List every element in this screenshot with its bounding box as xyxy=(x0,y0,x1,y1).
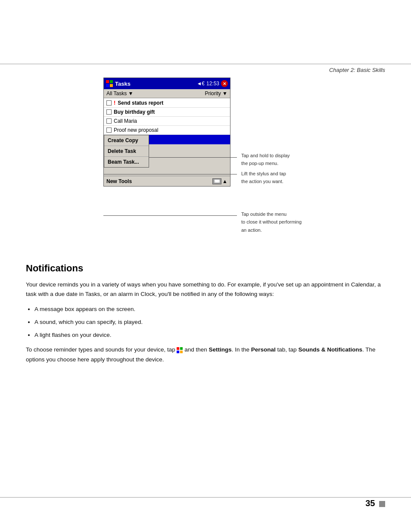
device-screenshot: Tasks ◄€ 12:53 ✕ All Tasks ▼ Priority ▼ … xyxy=(103,78,230,187)
context-menu-item-beam-task[interactable]: Beam Task... xyxy=(104,157,149,167)
title-bar-left: Tasks xyxy=(106,80,131,87)
all-tasks-label: All Tasks ▼ xyxy=(106,90,133,96)
context-menu-item-create-copy[interactable]: Create Copy xyxy=(104,135,149,146)
title-bar-right: ◄€ 12:53 ✕ xyxy=(196,80,228,87)
taskbar-label: New Tools xyxy=(106,178,132,184)
page-number-area: 35 xyxy=(365,498,385,508)
top-rule xyxy=(0,64,411,64)
svg-rect-1 xyxy=(110,80,113,83)
context-menu-item-delete-task[interactable]: Delete Task xyxy=(104,146,149,157)
task-text: Send status report xyxy=(118,100,163,106)
priority-icon: ! xyxy=(114,100,115,106)
keyboard-icon[interactable]: ⌨ xyxy=(212,178,221,184)
task-checkbox[interactable] xyxy=(106,109,112,115)
notifications-para-1: Your device reminds you in a variety of … xyxy=(26,280,385,299)
task-checkbox[interactable] xyxy=(106,128,112,133)
title-bar: Tasks ◄€ 12:53 ✕ xyxy=(104,78,230,89)
svg-rect-0 xyxy=(106,80,109,83)
callout-2: Lift the stylus and tapthe action you wa… xyxy=(241,169,310,185)
page-number: 35 xyxy=(365,498,375,508)
priority-label: Priority ▼ xyxy=(205,90,227,96)
close-button[interactable]: ✕ xyxy=(221,80,228,87)
bullet-item-3: A light flashes on your device. xyxy=(34,330,385,340)
notifications-body: Your device reminds you in a variety of … xyxy=(26,280,385,364)
svg-rect-2 xyxy=(106,84,109,87)
task-checkbox[interactable] xyxy=(106,118,112,124)
priority-dropdown[interactable]: Priority ▼ xyxy=(205,90,227,96)
sounds-notifications-bold: Sounds & Notifications xyxy=(298,346,362,353)
svg-rect-4 xyxy=(177,347,179,350)
list-item[interactable]: Call Maria xyxy=(104,117,230,126)
svg-rect-6 xyxy=(177,351,179,353)
list-item[interactable]: Buy birthday gift xyxy=(104,108,230,117)
all-tasks-dropdown[interactable]: All Tasks ▼ xyxy=(106,90,133,96)
bullet-item-2: A sound, which you can specify, is playe… xyxy=(34,317,385,327)
notifications-section: Notifications Your device reminds you in… xyxy=(26,263,385,364)
notifications-bullets: A message box appears on the screen. A s… xyxy=(34,305,385,340)
callout-3: Tap outside the menuto close it without … xyxy=(241,210,314,233)
callout-line-3 xyxy=(103,215,237,216)
svg-rect-3 xyxy=(110,84,113,87)
callout-text-1: Tap and hold to displaythe pop-up menu. xyxy=(241,153,290,166)
context-menu-area: ssage Create Copy Delete Task Beam Task.… xyxy=(104,135,230,176)
task-checkbox[interactable] xyxy=(106,100,112,106)
chapter-heading: Chapter 2: Basic Skills xyxy=(329,67,385,73)
list-item[interactable]: ! Send status report xyxy=(104,98,230,108)
page-square-icon xyxy=(379,501,385,507)
settings-bold: Settings xyxy=(209,346,232,353)
app-title: Tasks xyxy=(115,81,131,87)
callout-1: Tap and hold to displaythe pop-up menu. xyxy=(241,151,310,167)
svg-rect-5 xyxy=(180,347,183,350)
bullet-item-1: A message box appears on the screen. xyxy=(34,305,385,314)
task-text: Call Maria xyxy=(114,118,137,124)
task-text: Buy birthday gift xyxy=(114,109,155,115)
notifications-para-2: To choose reminder types and sounds for … xyxy=(26,345,385,364)
list-item[interactable]: Proof new proposal xyxy=(104,126,230,135)
bottom-rule xyxy=(0,497,411,498)
inline-windows-logo-icon xyxy=(177,347,183,353)
callout-text-2: Lift the stylus and tapthe action you wa… xyxy=(241,171,286,184)
callout-text-3: Tap outside the menuto close it without … xyxy=(241,212,302,233)
windows-logo-icon xyxy=(106,80,113,87)
task-list: ! Send status report Buy birthday gift C… xyxy=(104,98,230,135)
svg-rect-7 xyxy=(180,351,183,353)
notifications-title: Notifications xyxy=(26,263,385,274)
task-text: Proof new proposal xyxy=(114,127,158,133)
device-taskbar: New Tools ⌨ ▲ xyxy=(104,176,230,186)
chapter-title: Chapter 2: Basic Skills xyxy=(329,67,385,73)
speaker-icon: ◄€ xyxy=(196,81,205,87)
time-display: 12:53 xyxy=(206,81,219,87)
keyboard-area[interactable]: ⌨ ▲ xyxy=(212,178,227,184)
up-arrow-icon: ▲ xyxy=(222,178,227,184)
filter-bar: All Tasks ▼ Priority ▼ xyxy=(104,89,230,98)
callout-line-2 xyxy=(103,174,237,174)
personal-tab-bold: Personal xyxy=(251,346,276,353)
context-menu: Create Copy Delete Task Beam Task... xyxy=(104,135,149,168)
